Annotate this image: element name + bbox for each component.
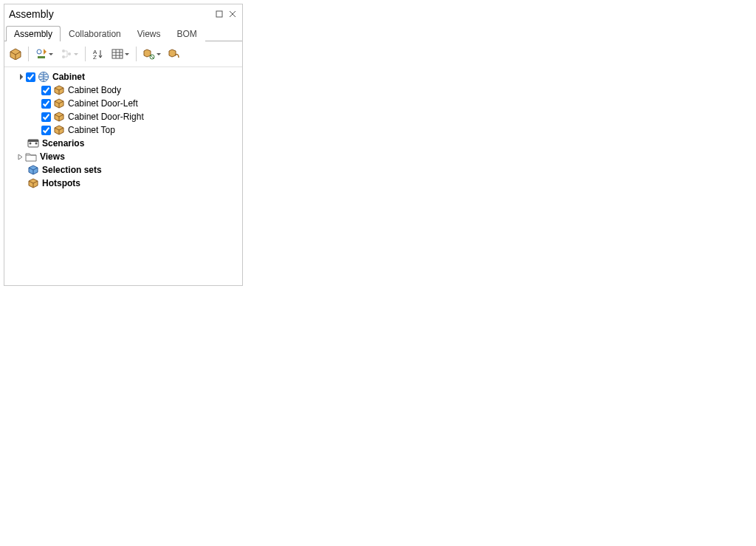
tree-item-door-right[interactable]: Cabinet Door-Right [6,110,241,123]
table-icon[interactable] [109,46,131,62]
svg-point-15 [62,55,65,58]
tree-item-door-left[interactable]: Cabinet Door-Left [6,97,241,110]
cabinet-door-left[interactable] [286,169,408,474]
svg-rect-5 [216,11,222,17]
panel-close-button[interactable] [226,7,239,21]
assembly-tree: Cabinet Cabinet Body Cabinet Door-Left C… [4,67,242,193]
panel-dock-button[interactable] [213,7,226,21]
root-assembly-icon[interactable] [7,46,24,62]
svg-point-14 [62,50,65,52]
tree-item-top[interactable]: Cabinet Top [6,123,241,137]
collapse-icon[interactable] [16,72,24,81]
cabinet-top[interactable] [276,65,718,257]
svg-rect-13 [38,56,45,58]
tab-views[interactable]: Views [129,26,169,41]
link-icon[interactable] [141,46,163,62]
svg-marker-1 [282,165,533,532]
panel-title: Assembly [9,8,213,20]
svg-point-46 [35,143,38,145]
tree-hotspots[interactable]: Hotspots [6,177,241,190]
tree-selection-sets[interactable]: Selection sets [6,163,241,177]
cabinet-handle-right[interactable] [428,298,436,381]
tree-views[interactable]: Views [6,150,241,163]
svg-point-45 [30,143,32,145]
checkbox-cabinet[interactable] [26,72,35,82]
svg-marker-24 [144,50,151,57]
sort-icon[interactable]: AZ [90,46,106,62]
svg-marker-2 [534,171,718,274]
checkbox-door-right[interactable] [41,112,51,122]
hotspot-icon [27,177,39,189]
panel-toolbar: AZ [4,41,242,67]
globe-assembly-icon [38,71,49,83]
cabinet-body-side[interactable] [538,181,712,528]
svg-marker-3 [276,165,534,270]
expand-icon[interactable] [16,152,24,161]
part-icon [53,124,65,136]
part-icon [53,111,65,123]
assembly-panel: Assembly Assembly Collaboration Views BO… [4,4,243,286]
tab-bom[interactable]: BOM [169,26,205,41]
cabinet-handle-left[interactable] [386,288,394,368]
tab-collaboration[interactable]: Collaboration [61,26,129,41]
scenarios-icon [27,137,39,149]
svg-text:Z: Z [93,54,97,60]
checkbox-top[interactable] [41,126,51,135]
checkbox-door-left[interactable] [41,99,51,109]
cabinet-top-right-rim[interactable] [534,159,718,270]
cabinet-door-right[interactable] [412,219,530,529]
checkbox-body[interactable] [41,86,51,95]
tree-scenarios[interactable]: Scenarios [6,137,241,150]
tab-assembly[interactable]: Assembly [6,26,61,41]
panel-tabs: Assembly Collaboration Views BOM [4,24,242,41]
svg-marker-26 [169,50,176,57]
svg-marker-0 [275,68,716,533]
folder-icon [25,151,37,163]
tree-root-cabinet[interactable]: Cabinet [6,70,241,83]
tree-item-body[interactable]: Cabinet Body [6,83,241,97]
svg-point-12 [37,50,41,54]
attach-icon[interactable] [166,46,182,62]
svg-rect-19 [112,50,123,58]
selection-set-icon [27,164,39,176]
part-icon [53,98,65,109]
svg-rect-47 [28,140,38,142]
cabinet-top-front-rim[interactable] [276,157,534,270]
show-hierarchy-icon [58,46,80,62]
configure-icon[interactable] [33,46,55,62]
part-icon [53,84,65,96]
svg-point-16 [68,52,71,55]
